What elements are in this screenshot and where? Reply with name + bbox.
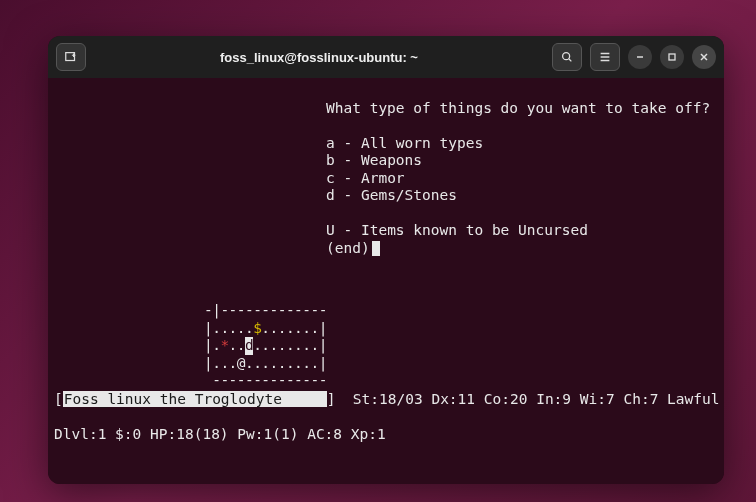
map-cell: d (245, 337, 253, 355)
search-icon (560, 50, 574, 64)
cursor-icon (372, 241, 380, 256)
map-cell: . (270, 337, 278, 355)
map-cell: . (261, 355, 269, 373)
map-cell: . (286, 320, 294, 338)
map-cell: - (237, 302, 245, 320)
map-cell: . (270, 355, 278, 373)
map-cell: $ (253, 320, 261, 338)
menu-item[interactable]: b - Weapons (326, 152, 422, 168)
minimize-button[interactable] (628, 45, 652, 69)
map-cell: . (261, 320, 269, 338)
menu-item[interactable]: d - Gems/Stones (326, 187, 457, 203)
map-cell: - (270, 302, 278, 320)
map-cell: . (229, 355, 237, 373)
map-cell: - (220, 302, 228, 320)
hamburger-icon (598, 50, 612, 64)
titlebar-right (552, 43, 716, 71)
map-cell: - (286, 302, 294, 320)
map-cell: . (229, 337, 237, 355)
map-cell: . (212, 355, 220, 373)
map-cell: . (245, 320, 253, 338)
map-cell: . (212, 337, 220, 355)
svg-point-3 (563, 53, 570, 60)
map-cell: . (220, 320, 228, 338)
map-cell: . (212, 320, 220, 338)
character-name: Foss_linux the Troglodyte (63, 391, 327, 407)
map-cell: . (253, 355, 261, 373)
map-cell: - (319, 302, 327, 320)
map-cell: - (261, 302, 269, 320)
map-cell: - (302, 302, 310, 320)
map-cell: . (302, 355, 310, 373)
map-cell: | (204, 355, 212, 373)
map-cell: - (278, 302, 286, 320)
map-cell: | (204, 320, 212, 338)
map-cell: . (278, 355, 286, 373)
map-cell: . (220, 355, 228, 373)
map-cell: - (253, 302, 261, 320)
map-cell: . (237, 320, 245, 338)
status-area: [Foss_linux the Troglodyte ] St:18/03 Dx… (54, 373, 718, 478)
map-cell: * (220, 337, 228, 355)
map-cell: . (294, 337, 302, 355)
status-line1: [Foss_linux the Troglodyte ] St:18/03 Dx… (54, 391, 718, 409)
map-cell: . (245, 355, 253, 373)
new-tab-button[interactable] (56, 43, 86, 71)
map-cell: . (278, 320, 286, 338)
map-cell: . (294, 320, 302, 338)
search-button[interactable] (552, 43, 582, 71)
map-cell: - (229, 302, 237, 320)
map-cell: . (302, 337, 310, 355)
menu-item[interactable]: U - Items known to be Uncursed (326, 222, 588, 238)
map-cell: @ (237, 355, 245, 373)
map-cell: . (261, 337, 269, 355)
map-cell: - (310, 302, 318, 320)
map-cell: . (286, 337, 294, 355)
svg-line-4 (569, 59, 572, 62)
menu-prompt: What type of things do you want to take … (326, 100, 710, 116)
takeoff-menu: What type of things do you want to take … (326, 82, 710, 257)
terminal-window: foss_linux@fosslinux-ubuntu: ~ What type… (48, 36, 724, 484)
map-row: |.....$.......| (204, 320, 327, 338)
map-cell: . (270, 320, 278, 338)
map-cell: . (302, 320, 310, 338)
map-cell: . (229, 320, 237, 338)
map-cell: . (278, 337, 286, 355)
map-cell: . (237, 337, 245, 355)
map-cell: - (245, 302, 253, 320)
map-cell: . (310, 320, 318, 338)
menu-item[interactable]: a - All worn types (326, 135, 483, 151)
menu-button[interactable] (590, 43, 620, 71)
status-line2: Dlvl:1 $:0 HP:18(18) Pw:1(1) AC:8 Xp:1 (54, 426, 718, 444)
svg-rect-9 (669, 54, 675, 60)
menu-item[interactable]: c - Armor (326, 170, 405, 186)
map-cell: . (253, 337, 261, 355)
minimize-icon (635, 52, 645, 62)
map-row: -|------------- (204, 302, 327, 320)
map-cell: . (310, 355, 318, 373)
map-cell: - (294, 302, 302, 320)
map-cell: | (319, 337, 327, 355)
map-cell: . (310, 337, 318, 355)
map-row: |...@.........| (204, 355, 327, 373)
map-cell: | (319, 320, 327, 338)
window-title: foss_linux@fosslinux-ubuntu: ~ (92, 50, 546, 65)
map-cell: . (294, 355, 302, 373)
map-cell: | (204, 337, 212, 355)
terminal-viewport[interactable]: What type of things do you want to take … (48, 78, 724, 484)
maximize-icon (667, 52, 677, 62)
map-cell: | (319, 355, 327, 373)
new-tab-icon (64, 50, 78, 64)
map-cell: - (204, 302, 212, 320)
maximize-button[interactable] (660, 45, 684, 69)
close-icon (699, 52, 709, 62)
menu-end: (end) (326, 240, 370, 256)
map-cell: . (286, 355, 294, 373)
titlebar: foss_linux@fosslinux-ubuntu: ~ (48, 36, 724, 78)
map-cell: | (212, 302, 220, 320)
map-row: |.*..d........| (204, 337, 327, 355)
close-button[interactable] (692, 45, 716, 69)
